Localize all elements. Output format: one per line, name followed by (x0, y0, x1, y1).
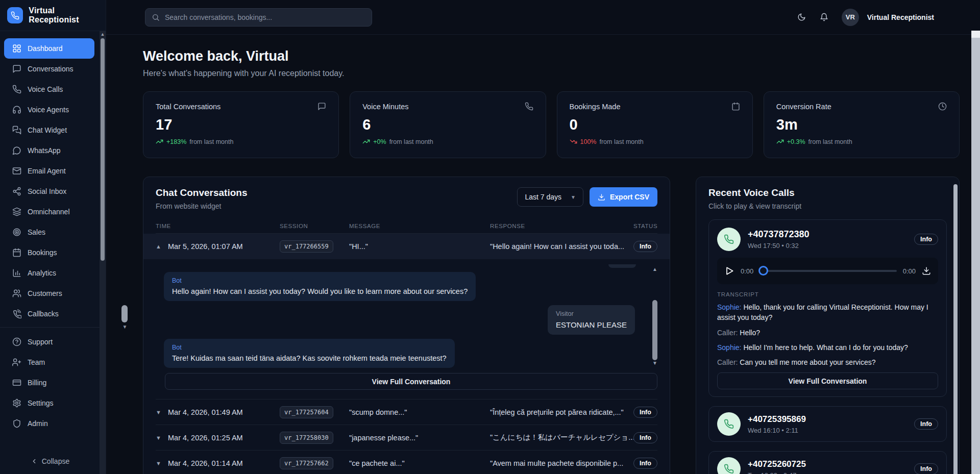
sidebar-item-team[interactable]: Team (0, 352, 100, 372)
trending-down-icon (570, 138, 577, 145)
stat-value: 6 (362, 116, 533, 133)
calendar-icon (731, 102, 740, 111)
info-badge[interactable]: Info (633, 407, 657, 418)
help-circle-icon (12, 337, 21, 346)
stat-delta-value: +0.3% (787, 138, 805, 145)
transcript-line: Sophie: Hello, thank you for calling Vir… (717, 302, 938, 323)
chevron-down-icon[interactable]: ▼ (156, 435, 161, 441)
sidebar-item-customers[interactable]: Customers (0, 283, 100, 304)
sidebar: Virtual Receptionist Dashboard Conversat… (0, 0, 106, 474)
sidebar-collapse-button[interactable]: Collapse (0, 455, 100, 468)
chevron-down-icon: ▼ (571, 194, 576, 200)
download-icon[interactable] (922, 266, 931, 276)
row-response: "こんにちは！私はバーチャルレセプショ... (490, 433, 633, 442)
scroll-down-icon[interactable]: ▼ (651, 360, 658, 366)
sidebar-item-conversations[interactable]: Conversations (0, 59, 100, 79)
dark-mode-toggle[interactable] (797, 12, 807, 22)
play-icon[interactable] (724, 266, 734, 276)
chevron-down-icon[interactable]: ▼ (156, 460, 161, 466)
info-badge[interactable]: Info (914, 418, 938, 430)
sidebar-item-billing[interactable]: Billing (0, 372, 100, 393)
scroll-up-icon[interactable]: ▲ (100, 32, 106, 37)
player-seek-slider[interactable] (760, 270, 896, 272)
sidebar-item-admin[interactable]: Admin (0, 413, 100, 434)
sidebar-item-dashboard[interactable]: Dashboard (4, 38, 94, 59)
row-message: "scump domne..." (349, 408, 490, 416)
info-badge[interactable]: Info (633, 432, 657, 443)
view-full-conversation-button[interactable]: View Full Conversation (165, 373, 657, 390)
notifications-bell-icon[interactable] (819, 12, 829, 22)
table-row[interactable]: ▼ Mar 4, 2026, 01:25 AM vr_177258030 "ja… (156, 425, 657, 450)
info-badge[interactable]: Info (914, 463, 938, 474)
sidebar-item-voice-calls[interactable]: Voice Calls (0, 79, 100, 99)
trending-up-icon (156, 138, 163, 145)
sidebar-item-social-inbox[interactable]: Social Inbox (0, 181, 100, 202)
info-badge[interactable]: Info (633, 458, 657, 469)
shield-icon (12, 419, 21, 428)
phone-call-icon (717, 457, 741, 474)
table-row[interactable]: ▼ Mar 4, 2026, 01:49 AM vr_177257604 "sc… (156, 399, 657, 425)
sidebar-item-settings[interactable]: Settings (0, 393, 100, 413)
sidebar-item-label: Bookings (28, 248, 57, 257)
phone-callback-icon (12, 309, 21, 318)
chat-scrollbar-thumb[interactable] (652, 300, 657, 360)
player-seek-knob[interactable] (758, 266, 768, 276)
table-row[interactable]: ▲ Mar 5, 2026, 01:07 AM vr_177266559 "HI… (143, 234, 670, 259)
global-search[interactable] (145, 8, 372, 27)
page-scrollbar[interactable] (971, 31, 980, 474)
row-time: Mar 4, 2026, 01:25 AM (168, 434, 243, 442)
chat-scrollbar[interactable]: ▲ ▼ (651, 266, 658, 366)
sidebar-item-whatsapp[interactable]: WhatsApp (0, 140, 100, 161)
sidebar-item-analytics[interactable]: Analytics (0, 263, 100, 283)
voice-panel-scrollbar-thumb[interactable] (953, 184, 958, 474)
page-scrollbar-cap (971, 31, 980, 38)
stat-label: Conversion Rate (776, 103, 831, 111)
voice-call-card[interactable]: +40725260725 Tue 12:39 • 0:47 Info (708, 451, 947, 474)
trending-up-icon (362, 138, 370, 145)
stat-card-total-conversations: Total Conversations 17 +183% from last m… (143, 91, 339, 158)
sidebar-item-bookings[interactable]: Bookings (0, 242, 100, 263)
page-title: Welcome back, Virtual (143, 48, 960, 64)
player-current-time: 0:00 (741, 267, 753, 275)
info-badge[interactable]: Info (633, 241, 657, 252)
sidebar-item-support[interactable]: Support (0, 332, 100, 352)
date-range-select[interactable]: Last 7 days ▼ (517, 187, 583, 207)
scroll-down-icon[interactable]: ▼ (121, 324, 128, 330)
sidebar-item-voice-agents[interactable]: Voice Agents (0, 99, 100, 120)
sidebar-item-omnichannel[interactable]: Omnichannel (0, 202, 100, 222)
layers-icon (12, 207, 21, 216)
stat-label: Bookings Made (570, 103, 621, 111)
content-mini-scrollbar[interactable]: ▼ (121, 305, 128, 330)
transcript-line: Caller: Can you tell me more about your … (717, 357, 938, 367)
voice-call-card[interactable]: +40725395869 Wed 16:10 • 2:11 Info (708, 406, 947, 442)
call-meta: Wed 17:50 • 0:32 (748, 242, 907, 250)
chevron-up-icon[interactable]: ▲ (156, 243, 161, 250)
sidebar-item-sales[interactable]: Sales (0, 222, 100, 242)
sidebar-item-callbacks[interactable]: Callbacks (0, 304, 100, 324)
session-badge: vr_177258030 (280, 432, 333, 444)
scroll-up-icon[interactable]: ▲ (651, 266, 658, 272)
sidebar-item-email-agent[interactable]: Email Agent (0, 161, 100, 181)
info-badge[interactable]: Info (914, 234, 938, 245)
sidebar-item-label: Callbacks (28, 310, 59, 318)
mini-scrollbar-thumb[interactable] (121, 305, 128, 322)
transcript-text: Hello! I'm here to help. What can I do f… (743, 343, 908, 352)
stat-delta-suffix: from last month (189, 138, 233, 145)
chevron-down-icon[interactable]: ▼ (156, 409, 161, 415)
export-csv-button[interactable]: Export CSV (590, 187, 657, 207)
message-circle-icon (12, 146, 21, 155)
view-full-conversation-button[interactable]: View Full Conversation (717, 372, 938, 389)
sidebar-item-label: Support (28, 338, 53, 346)
stats-row: Total Conversations 17 +183% from last m… (143, 91, 960, 158)
sidebar-item-label: Settings (28, 399, 54, 407)
search-input[interactable] (165, 13, 365, 21)
sidebar-scrollbar[interactable]: ▲ (100, 31, 106, 474)
sidebar-item-chat-widget[interactable]: Chat Widget (0, 120, 100, 140)
user-avatar[interactable]: VR (842, 9, 859, 26)
table-row[interactable]: ▼ Mar 4, 2026, 01:14 AM vr_177257662 "ce… (156, 450, 657, 474)
stat-label: Total Conversations (156, 103, 220, 111)
transcript-line: Caller: Hello? (717, 328, 938, 338)
player-total-time: 0:00 (903, 267, 916, 275)
sidebar-scrollbar-thumb[interactable] (101, 38, 105, 261)
sidebar-item-label: Dashboard (28, 44, 63, 53)
